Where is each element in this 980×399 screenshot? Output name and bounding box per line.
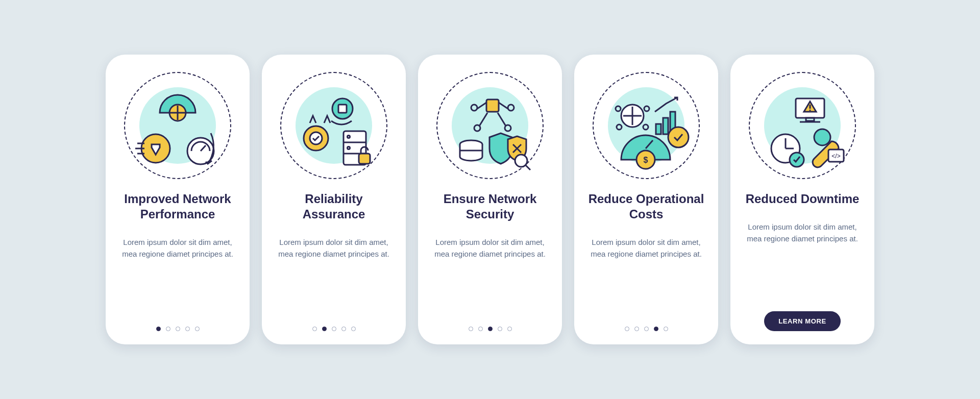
dot-4[interactable]: [195, 327, 200, 331]
svg-line-26: [479, 113, 487, 126]
illustration-costs: $: [593, 72, 700, 179]
card-title: Reduce Operational Costs: [583, 191, 709, 222]
dot-0[interactable]: [156, 327, 161, 331]
security-shield-icon: [436, 72, 544, 179]
dot-4[interactable]: [507, 327, 512, 331]
reliability-server-icon: [280, 72, 387, 179]
svg-point-37: [616, 106, 621, 111]
svg-point-21: [508, 105, 514, 111]
svg-rect-18: [359, 154, 370, 164]
card-body: Lorem ipsum dolor sit dim amet, mea regi…: [115, 236, 240, 327]
svg-point-52: [809, 109, 811, 111]
card-title: Improved Network Performance: [115, 191, 240, 222]
svg-point-39: [617, 124, 622, 130]
illustration-reliability: [280, 72, 387, 179]
performance-gauges-icon: [124, 72, 231, 179]
svg-point-57: [814, 129, 830, 145]
illustration-security: [436, 72, 544, 179]
onboarding-card-costs: $ Reduce Operational Costs Lorem ipsum d…: [574, 55, 718, 344]
dot-1[interactable]: [322, 327, 327, 331]
dot-4[interactable]: [351, 327, 356, 331]
card-body: Lorem ipsum dolor sit dim amet, mea regi…: [271, 236, 397, 327]
svg-point-40: [643, 124, 648, 130]
illustration-downtime: </>: [749, 72, 856, 179]
onboarding-card-security: Ensure Network Security Lorem ipsum dolo…: [418, 55, 562, 344]
dot-0[interactable]: [625, 327, 629, 331]
svg-rect-12: [338, 105, 347, 113]
svg-line-27: [498, 113, 506, 126]
onboarding-card-reliability: Reliability Assurance Lorem ipsum dolor …: [262, 55, 406, 344]
svg-rect-42: [663, 118, 668, 134]
dot-2[interactable]: [332, 327, 336, 331]
svg-point-20: [471, 105, 477, 111]
card-title: Reliability Assurance: [271, 191, 397, 222]
svg-point-38: [644, 106, 649, 111]
dot-3[interactable]: [185, 327, 190, 331]
svg-point-44: [668, 127, 689, 147]
dot-1[interactable]: [166, 327, 170, 331]
pagination-dots: [625, 327, 668, 331]
downtime-wrench-icon: </>: [749, 72, 856, 179]
dot-2[interactable]: [176, 327, 180, 331]
dot-3[interactable]: [498, 327, 502, 331]
dot-1[interactable]: [478, 327, 483, 331]
svg-rect-41: [656, 124, 661, 134]
dot-0[interactable]: [312, 327, 317, 331]
svg-line-24: [477, 103, 486, 109]
onboarding-card-performance: Improved Network Performance Lorem ipsum…: [106, 55, 250, 344]
dot-4[interactable]: [664, 327, 668, 331]
learn-more-button[interactable]: LEARN MORE: [764, 311, 840, 331]
card-title: Reduced Downtime: [743, 191, 863, 207]
card-title: Ensure Network Security: [427, 191, 553, 222]
svg-text:$: $: [644, 156, 648, 164]
dot-1[interactable]: [634, 327, 639, 331]
pagination-dots: [156, 327, 200, 331]
dot-3[interactable]: [654, 327, 658, 331]
dot-2[interactable]: [644, 327, 649, 331]
card-body: Lorem ipsum dolor sit dim amet, mea regi…: [427, 236, 553, 327]
svg-rect-49: [806, 118, 814, 121]
svg-text:</>: </>: [831, 153, 840, 160]
dot-3[interactable]: [341, 327, 346, 331]
svg-line-33: [525, 165, 530, 170]
svg-line-25: [499, 103, 508, 109]
card-body: Lorem ipsum dolor sit dim amet, mea regi…: [583, 236, 709, 327]
svg-rect-19: [486, 99, 499, 112]
illustration-performance: [124, 72, 231, 179]
dot-2[interactable]: [488, 327, 493, 331]
onboarding-card-downtime: </> Reduced Downtime Lorem ipsum dolor s…: [730, 55, 874, 344]
costs-gauge-icon: $: [593, 72, 700, 179]
dot-0[interactable]: [469, 327, 473, 331]
pagination-dots: [312, 327, 356, 331]
pagination-dots: [469, 327, 512, 331]
card-body: Lorem ipsum dolor sit dim amet, mea regi…: [740, 221, 865, 311]
